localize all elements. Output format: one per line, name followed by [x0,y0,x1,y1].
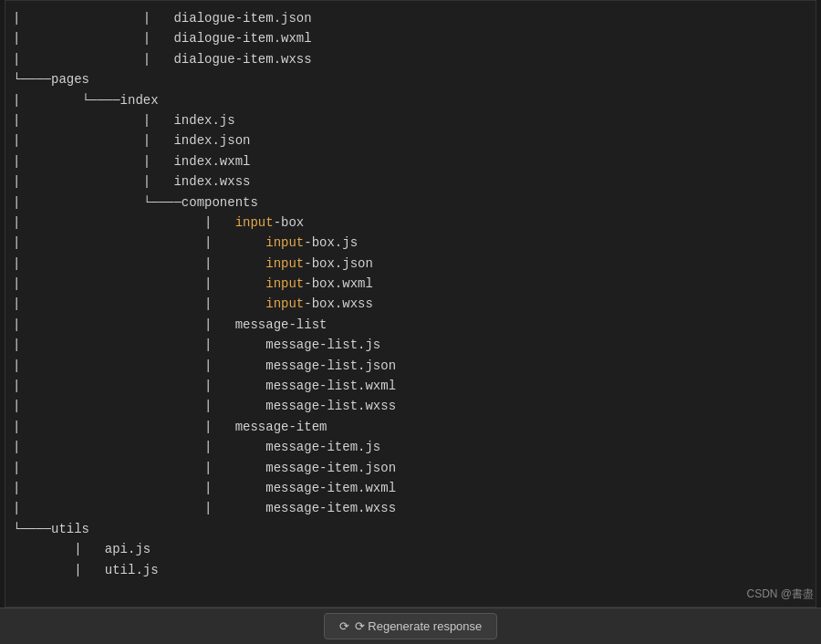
code-area[interactable]: | | dialogue-item.json | | dialogue-item… [5,0,816,608]
line-message-item-wxml: | | message-item.wxml [5,478,816,498]
line-dialogue-item-wxss: | | dialogue-item.wxss [5,49,816,69]
line-components: | └────components [5,192,816,213]
line-api-js: | api.js [5,539,816,559]
line-input-box-wxml: | | input-box.wxml [5,274,816,294]
line-index: | └────index [5,90,816,110]
line-message-list-wxss: | | message-list.wxss [5,396,816,416]
line-input-box: | | input-box [5,213,816,233]
regenerate-label: ⟳ Regenerate response [355,619,483,633]
watermark: CSDN @書盡 [746,587,814,602]
line-message-item-js: | | message-item.js [5,437,816,457]
regenerate-icon: ⟳ [339,619,349,633]
line-input-box-js: | | input-box.js [5,233,816,253]
line-index-wxss: | | index.wxss [5,171,816,192]
line-index-wxml: | | index.wxml [5,151,816,171]
line-message-item-wxss: | | message-item.wxss [5,498,816,518]
line-message-item-json: | | message-item.json [5,458,816,478]
line-message-list-wxml: | | message-list.wxml [5,376,816,396]
line-message-item: | | message-item [5,417,816,437]
regenerate-button[interactable]: ⟳ ⟳ Regenerate response [324,613,498,639]
bottom-bar: ⟳ ⟳ Regenerate response [0,608,821,644]
main-container: | | dialogue-item.json | | dialogue-item… [0,0,821,644]
line-utils: └────utils [5,519,816,539]
line-dialogue-item-json: | | dialogue-item.json [5,8,816,28]
line-dialogue-item-wxml: | | dialogue-item.wxml [5,28,816,48]
line-message-list-js: | | message-list.js [5,335,816,355]
line-index-js: | | index.js [5,110,816,130]
line-util-js: | util.js [5,560,816,580]
line-message-list-json: | | message-list.json [5,356,816,376]
line-input-box-wxss: | | input-box.wxss [5,294,816,314]
line-pages: └────pages [5,69,816,89]
line-input-box-json: | | input-box.json [5,254,816,274]
line-index-json: | | index.json [5,130,816,151]
line-message-list: | | message-list [5,315,816,335]
